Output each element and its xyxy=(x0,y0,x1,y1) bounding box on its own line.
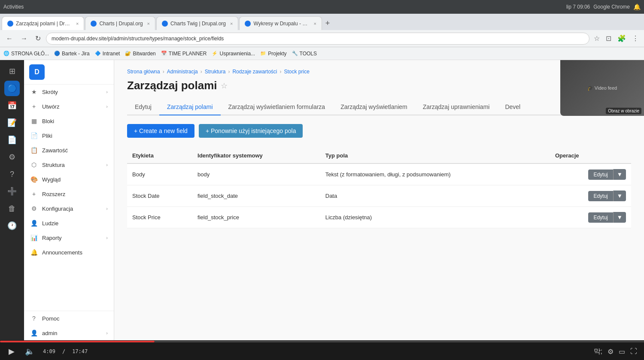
forward-button[interactable]: → xyxy=(18,33,30,44)
breadcrumb-item-0[interactable]: Strona główna xyxy=(127,69,160,75)
video-separator: / xyxy=(62,348,65,354)
screen-capture-icon[interactable]: ⊡ xyxy=(604,33,613,44)
nav-label-rozszerz: Rozszerz xyxy=(42,191,108,197)
nav-icon-announcements: 🔔 xyxy=(30,248,38,256)
bookmark-item-6[interactable]: 📁Projekty xyxy=(260,51,286,57)
bookmark-item-5[interactable]: ⚡Usprawnienia... xyxy=(212,51,255,57)
nav-icon-struktura: ⬡ xyxy=(30,161,38,169)
theater-mode-icon[interactable]: ▭ xyxy=(619,348,625,356)
extension-icon[interactable]: 🧩 xyxy=(616,33,628,44)
edit-button-1[interactable]: Edytuj xyxy=(588,191,613,201)
nav-item-zawartosc[interactable]: 📋 Zawartość xyxy=(24,143,114,157)
os-sidebar-icon-trash[interactable]: 🗑 xyxy=(4,201,20,216)
nav-item-skroty[interactable]: ★ Skróty › xyxy=(24,85,114,99)
bookmark-star-icon[interactable]: ☆ xyxy=(592,33,601,44)
os-sidebar-icon-clock[interactable]: 🕐 xyxy=(4,218,20,233)
page-tab-zarzadzaj-polami[interactable]: Zarządzaj polami xyxy=(159,99,221,115)
page-tab-edytuj[interactable]: Edytuj xyxy=(127,99,159,115)
nav-icon-skroty: ★ xyxy=(30,88,38,96)
browser-tab-tab2[interactable]: Charts | Drupal.org× xyxy=(85,16,155,30)
create-new-field-button[interactable]: + Create a new field xyxy=(127,124,194,138)
breadcrumb-item-3[interactable]: Rodzaje zawartości xyxy=(232,69,277,75)
bookmark-item-0[interactable]: 🌐STRONA GŁÓ... xyxy=(3,51,49,57)
nav-bottom-item-admin[interactable]: 👤 admin › xyxy=(24,326,114,340)
bookmark-item-7[interactable]: 🔧TOOLS xyxy=(292,51,317,57)
breadcrumb-sep-3: › xyxy=(228,69,230,75)
tab-bar: Zarządzaj polami | Drus...×Charts | Drup… xyxy=(0,14,644,30)
nav-item-pliki[interactable]: 📄 Pliki xyxy=(24,128,114,143)
edit-dropdown-button-0[interactable]: ▼ xyxy=(613,169,626,180)
nav-item-utworz[interactable]: + Utwórz › xyxy=(24,99,114,114)
page-tab-devel[interactable]: Devel xyxy=(497,99,528,115)
os-sidebar-icon-activities[interactable]: ⊞ xyxy=(4,64,20,79)
nav-item-konfiguracja[interactable]: ⚙ Konfiguracja › xyxy=(24,201,114,216)
page-tab-zarzadzaj-formularzem[interactable]: Zarządzaj wyświetlaniem formularza xyxy=(221,99,333,115)
edit-dropdown-button-2[interactable]: ▼ xyxy=(613,212,626,223)
fullscreen-icon[interactable]: ⛶ xyxy=(630,348,637,355)
settings-icon[interactable]: ⚙ xyxy=(608,348,614,356)
video-progress-bar[interactable] xyxy=(0,341,155,342)
reload-button[interactable]: ↻ xyxy=(33,33,43,44)
nav-label-ludzie: Ludzie xyxy=(42,220,108,227)
table-header: EtykietaIdentyfikator systemowyTyp polaO… xyxy=(127,148,631,163)
nav-item-announcements[interactable]: 🔔 Announcements xyxy=(24,245,114,260)
nav-item-rozszerz[interactable]: + Rozszerz xyxy=(24,187,114,201)
nav-arrow-raporty: › xyxy=(106,235,108,240)
os-sidebar-icon-plus[interactable]: ➕ xyxy=(4,184,20,199)
close-tab-icon[interactable]: × xyxy=(313,21,316,26)
nav-item-ludzie[interactable]: 👤 Ludzie xyxy=(24,216,114,230)
bookmark-item-2[interactable]: 🔷Intranet xyxy=(95,51,120,57)
page-tab-zarzadzaj-uprawnieniami[interactable]: Zarządzaj uprawnieniami xyxy=(415,99,498,115)
bookmark-label-1: Bartek - Jira xyxy=(62,51,90,57)
nav-arrow-admin: › xyxy=(106,330,108,336)
nav-icon-rozszerz: + xyxy=(30,190,38,198)
bookmark-label-4: TIME PLANNER xyxy=(169,51,207,57)
titlebar-activities[interactable]: Activities xyxy=(3,4,24,10)
menu-icon[interactable]: ⋮ xyxy=(630,33,641,44)
os-sidebar-icon-calendar[interactable]: 📅 xyxy=(4,98,20,113)
close-tab-icon[interactable]: × xyxy=(147,21,150,26)
nav-arrow-utworz: › xyxy=(106,104,108,109)
os-sidebar-icon-files[interactable]: 📄 xyxy=(4,132,20,148)
breadcrumb-item-4[interactable]: Stock price xyxy=(284,69,309,75)
page-tab-zarzadzaj-wyswietlaniem[interactable]: Zarządzaj wyświetlaniem xyxy=(333,99,415,115)
bookmark-icon-4: 📅 xyxy=(161,51,167,56)
nav-item-wyglad[interactable]: 🎨 Wygląd xyxy=(24,172,114,187)
browser-tab-tab3[interactable]: Charts Twig | Drupal.org× xyxy=(156,16,238,30)
favorite-star-icon[interactable]: ☆ xyxy=(221,81,228,91)
edit-button-2[interactable]: Edytuj xyxy=(588,212,613,223)
os-sidebar-icon-chrome[interactable]: 🔵 xyxy=(4,81,20,96)
os-sidebar-icon-help[interactable]: ? xyxy=(4,166,20,182)
nav-item-bloki[interactable]: ▦ Bloki xyxy=(24,114,114,128)
nav-item-raporty[interactable]: 📊 Raporty › xyxy=(24,230,114,245)
bookmark-label-3: Bitwarden xyxy=(133,51,155,57)
volume-button[interactable]: 🔈 xyxy=(23,345,36,358)
breadcrumb-item-2[interactable]: Struktura xyxy=(205,69,226,75)
browser-tab-tab4[interactable]: Wykresy w Drupalu - Pre...× xyxy=(239,16,322,30)
breadcrumb-item-1[interactable]: Administracja xyxy=(167,69,198,75)
nav-item-struktura[interactable]: ⬡ Struktura › xyxy=(24,157,114,172)
bookmark-item-4[interactable]: 📅TIME PLANNER xyxy=(161,51,207,57)
edit-button-0[interactable]: Edytuj xyxy=(588,169,613,180)
table-cell-etykieta-0: Body xyxy=(127,163,192,185)
table-row-0: BodybodyTekst (z formatowaniem, długi, z… xyxy=(127,163,631,185)
nav-arrow-skroty: › xyxy=(106,89,108,94)
bookmark-item-1[interactable]: 🔵Bartek - Jira xyxy=(54,51,90,57)
play-button[interactable]: ▶ xyxy=(7,345,16,358)
nav-label-struktura: Struktura xyxy=(42,162,102,168)
nav-bottom-item-pomoc[interactable]: ? Pomoc xyxy=(24,311,114,326)
address-bar[interactable] xyxy=(46,33,589,45)
close-tab-icon[interactable]: × xyxy=(230,21,233,26)
subtitles-icon[interactable]: 막; xyxy=(594,347,602,356)
bookmark-item-3[interactable]: 🔐Bitwarden xyxy=(125,51,155,57)
pip-label[interactable]: Obraz w obrazie xyxy=(606,108,641,114)
reuse-field-button[interactable]: + Ponownie użyj istniejącego pola xyxy=(199,124,303,138)
back-button[interactable]: ← xyxy=(3,33,15,44)
os-sidebar-icon-settings[interactable]: ⚙ xyxy=(4,149,20,165)
browser-tab-tab1[interactable]: Zarządzaj polami | Drus...× xyxy=(2,16,84,30)
edit-dropdown-button-1[interactable]: ▼ xyxy=(613,191,626,201)
close-tab-icon[interactable]: × xyxy=(76,21,79,26)
new-tab-button[interactable]: + xyxy=(323,16,333,30)
bookmark-icon-0: 🌐 xyxy=(3,51,9,56)
os-sidebar-icon-notes[interactable]: 📝 xyxy=(4,115,20,130)
